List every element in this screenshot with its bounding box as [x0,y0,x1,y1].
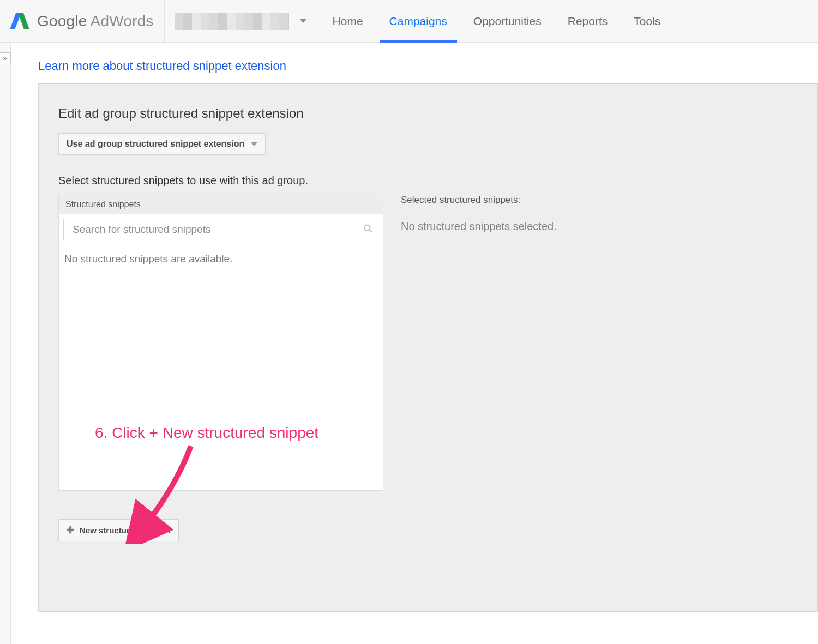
svg-line-3 [370,230,372,233]
plus-icon: ✚ [67,525,74,536]
chevron-down-icon [251,142,257,146]
new-structured-snippet-button[interactable]: ✚ New structured snippet [58,519,179,541]
tab-tools[interactable]: Tools [621,0,673,42]
extension-level-label: Use ad group structured snippet extensio… [67,139,244,149]
chevron-down-icon [300,19,306,23]
edit-panel: Edit ad group structured snippet extensi… [38,83,818,612]
adwords-logo[interactable]: Google AdWords [10,11,154,31]
workspace: » Learn more about structured snippet ex… [0,43,818,644]
svg-marker-1 [18,13,29,29]
panel-heading: Edit ad group structured snippet extensi… [58,106,798,121]
learn-more-link[interactable]: Learn more about structured snippet exte… [38,59,286,73]
account-name-redacted [175,13,289,30]
tab-home[interactable]: Home [320,0,376,42]
account-selector[interactable] [164,0,317,42]
search-zone [59,214,383,245]
extension-level-dropdown[interactable]: Use ad group structured snippet extensio… [58,133,266,155]
brand-google: Google [37,13,87,30]
new-snippet-label: New structured snippet [80,526,171,535]
tab-opportunities[interactable]: Opportunities [460,0,555,42]
available-snippets-list: No structured snippets are available. [59,245,383,490]
search-input[interactable] [64,219,378,240]
selected-empty-text: No structured snippets selected. [401,220,798,233]
top-bar: Google AdWords Home Campaigns Opportunit… [0,0,818,43]
left-drawer-collapsed: » [0,43,11,644]
drawer-toggle[interactable]: » [0,52,11,64]
primary-nav: Home Campaigns Opportunities Reports Too… [320,0,674,42]
available-snippets-panel: Structured snippets No structured snippe… [58,195,383,491]
brand-text: Google AdWords [37,13,154,30]
brand-zone: Google AdWords [0,0,164,42]
brand-adwords: AdWords [91,13,154,30]
available-snippets-header: Structured snippets [59,195,383,214]
main-content: Learn more about structured snippet exte… [11,43,818,644]
search-wrap [63,219,378,240]
available-empty-text: No structured snippets are available. [64,253,232,264]
adwords-icon [10,11,29,31]
divider [317,8,317,33]
expand-icon: » [3,55,7,62]
selected-snippets-header: Selected structured snippets: [401,195,798,210]
tab-campaigns[interactable]: Campaigns [376,0,460,42]
selected-snippets-panel: Selected structured snippets: No structu… [401,195,798,233]
select-instruction: Select structured snippets to use with t… [58,174,798,187]
picker-row: Structured snippets No structured snippe… [58,195,798,491]
svg-point-2 [365,225,370,231]
tab-reports[interactable]: Reports [555,0,621,42]
search-icon [364,224,372,235]
